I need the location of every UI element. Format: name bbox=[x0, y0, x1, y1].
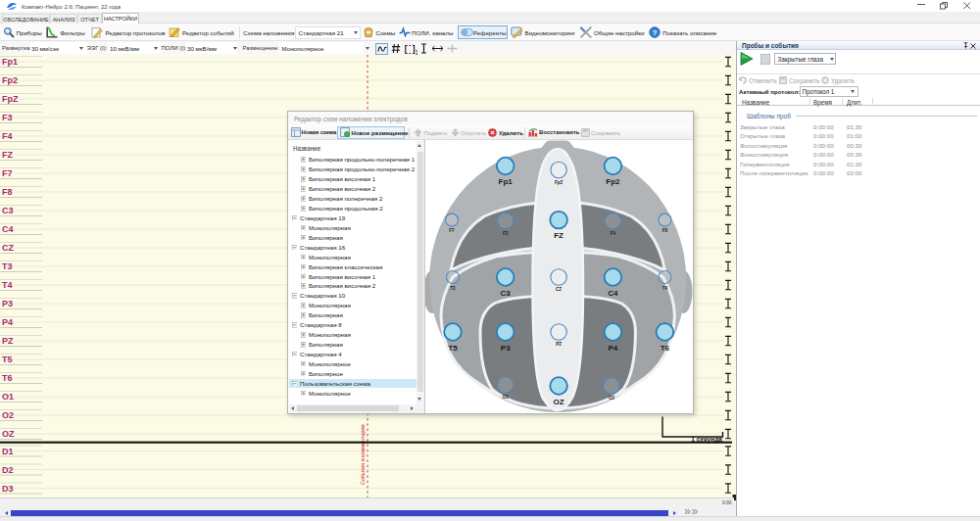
svg-text:T3: T3 bbox=[450, 286, 456, 291]
svg-text:T5: T5 bbox=[448, 344, 458, 353]
svg-text:C3: C3 bbox=[501, 289, 512, 298]
svg-text:D1: D1 bbox=[2, 447, 14, 456]
svg-text:C3: C3 bbox=[2, 206, 14, 215]
svg-text:FZ: FZ bbox=[2, 150, 13, 160]
svg-text:PZ: PZ bbox=[2, 336, 14, 346]
svg-text:T4: T4 bbox=[2, 280, 13, 290]
svg-text:O1: O1 bbox=[503, 395, 510, 400]
svg-text:FZ: FZ bbox=[554, 231, 564, 240]
svg-text:T6: T6 bbox=[2, 373, 13, 383]
svg-text:P4: P4 bbox=[2, 317, 13, 327]
svg-text:F3: F3 bbox=[503, 231, 509, 236]
svg-text:1: 1 bbox=[415, 48, 417, 55]
svg-text:F3: F3 bbox=[2, 113, 13, 122]
svg-text:P3: P3 bbox=[501, 344, 511, 353]
svg-text:Fp1: Fp1 bbox=[2, 57, 18, 67]
svg-text:События и комментарии: События и комментарии bbox=[360, 425, 366, 486]
svg-text:OZ: OZ bbox=[554, 398, 564, 406]
svg-text:FpZ: FpZ bbox=[2, 94, 19, 104]
svg-text:F7: F7 bbox=[2, 168, 13, 178]
svg-text:OZ: OZ bbox=[2, 429, 15, 439]
svg-text:C4: C4 bbox=[608, 289, 618, 298]
svg-text:PZ: PZ bbox=[556, 342, 562, 347]
svg-text:F4: F4 bbox=[611, 231, 616, 236]
svg-text:CZ: CZ bbox=[556, 287, 562, 292]
svg-text:O2: O2 bbox=[2, 410, 14, 420]
svg-text:O1: O1 bbox=[2, 392, 14, 402]
svg-text:F8: F8 bbox=[2, 187, 13, 197]
svg-text:P4: P4 bbox=[609, 344, 618, 353]
svg-text:?: ? bbox=[653, 28, 658, 37]
svg-text:Fp1: Fp1 bbox=[499, 177, 514, 186]
svg-text:Fp2: Fp2 bbox=[2, 75, 18, 85]
svg-text:C4: C4 bbox=[2, 224, 14, 234]
svg-text:FpZ: FpZ bbox=[555, 180, 564, 185]
svg-text:T6: T6 bbox=[661, 344, 670, 353]
svg-text:D2: D2 bbox=[2, 465, 14, 475]
svg-text:D3: D3 bbox=[2, 484, 14, 494]
svg-text:Fp2: Fp2 bbox=[606, 177, 620, 186]
svg-text:T5: T5 bbox=[2, 355, 13, 364]
svg-text:T4: T4 bbox=[662, 286, 668, 291]
svg-text:F7: F7 bbox=[449, 228, 455, 233]
svg-text:P3: P3 bbox=[2, 299, 13, 308]
svg-text:F4: F4 bbox=[2, 131, 13, 141]
svg-text:F8: F8 bbox=[662, 228, 668, 233]
svg-text:T3: T3 bbox=[2, 261, 13, 271]
svg-text:O2: O2 bbox=[609, 396, 615, 401]
svg-text:CZ: CZ bbox=[2, 243, 14, 253]
